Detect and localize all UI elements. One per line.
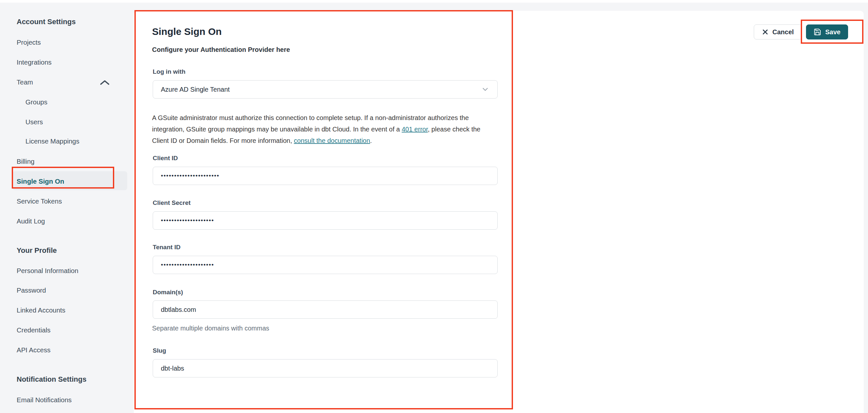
slug-input[interactable]	[153, 359, 498, 377]
close-icon	[762, 29, 769, 35]
cancel-button-label: Cancel	[772, 28, 794, 36]
link-consult-documentation[interactable]: consult the documentation	[294, 137, 370, 144]
settings-sidebar: Account Settings Projects Integrations T…	[0, 3, 134, 413]
save-button-label: Save	[825, 28, 841, 36]
page-title: Single Sign On	[152, 26, 222, 37]
domains-input[interactable]	[153, 300, 498, 319]
gsuite-note-text-3: .	[370, 137, 372, 144]
sidebar-header-your-profile: Your Profile	[17, 246, 57, 255]
sidebar-item-users[interactable]: Users	[26, 118, 43, 126]
sidebar-item-billing[interactable]: Billing	[17, 158, 35, 165]
sidebar-item-groups[interactable]: Groups	[26, 98, 47, 106]
client-secret-label: Client Secret	[153, 199, 191, 206]
sidebar-item-password[interactable]: Password	[17, 286, 46, 294]
top-strip	[0, 0, 868, 3]
sidebar-item-service-tokens[interactable]: Service Tokens	[17, 197, 62, 205]
slug-label: Slug	[153, 347, 166, 354]
sidebar-item-personal-information[interactable]: Personal Information	[17, 267, 78, 275]
gsuite-note: A GSuite administrator must authorize th…	[152, 112, 499, 147]
sidebar-item-api-access[interactable]: API Access	[17, 346, 51, 354]
sidebar-item-single-sign-on[interactable]: Single Sign On	[17, 178, 64, 185]
login-with-select[interactable]: Azure AD Single Tenant	[153, 80, 498, 98]
client-secret-input[interactable]	[153, 212, 498, 230]
main-content-panel: Single Sign On Configure your Authentica…	[134, 11, 864, 413]
chevron-up-icon[interactable]	[99, 79, 110, 86]
sidebar-item-credentials[interactable]: Credentials	[17, 326, 51, 334]
sidebar-item-license-mappings[interactable]: License Mappings	[26, 137, 79, 145]
sidebar-header-notification-settings: Notification Settings	[17, 375, 87, 384]
save-floppy-icon	[813, 28, 822, 36]
domains-label: Domain(s)	[153, 289, 183, 296]
tenant-id-input[interactable]	[153, 256, 498, 274]
sidebar-item-projects[interactable]: Projects	[17, 38, 41, 46]
cancel-button[interactable]: Cancel	[754, 25, 802, 39]
login-with-label: Log in with	[153, 68, 185, 75]
sidebar-item-email-notifications[interactable]: Email Notifications	[17, 396, 72, 404]
sidebar-item-team[interactable]: Team	[17, 78, 33, 86]
tenant-id-label: Tenant ID	[153, 244, 181, 251]
link-401-error[interactable]: 401 error	[402, 126, 428, 133]
domains-helper-text: Separate multiple domains with commas	[152, 325, 269, 332]
client-id-label: Client ID	[153, 155, 178, 162]
sidebar-header-account-settings: Account Settings	[17, 18, 76, 26]
sidebar-item-audit-log[interactable]: Audit Log	[17, 217, 45, 225]
chevron-down-icon	[481, 85, 490, 94]
client-id-input[interactable]	[153, 167, 498, 185]
page-subtitle: Configure your Authentication Provider h…	[152, 46, 290, 54]
sidebar-item-linked-accounts[interactable]: Linked Accounts	[17, 306, 65, 314]
sidebar-item-integrations[interactable]: Integrations	[17, 58, 52, 66]
login-with-selected-value: Azure AD Single Tenant	[161, 86, 230, 93]
save-button[interactable]: Save	[806, 25, 848, 39]
